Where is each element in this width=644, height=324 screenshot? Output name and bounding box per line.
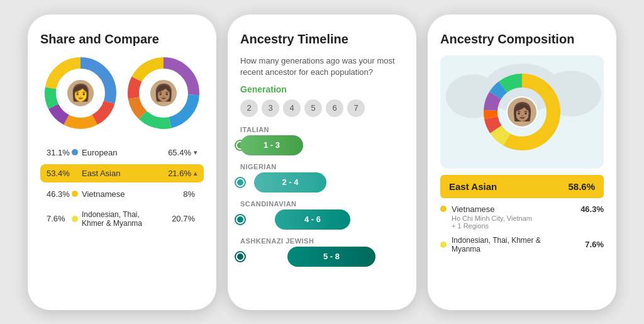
comp-item-vietnamese: Vietnamese 46.3% Ho Chi Minh City, Vietn… <box>440 204 604 230</box>
pct1: 7.6% <box>47 214 72 223</box>
pct2: 65.4% <box>168 148 191 157</box>
phone-ancestry-timeline: Ancestry Timeline How many generations a… <box>228 14 416 310</box>
pct1: 46.3% <box>47 189 72 199</box>
timeline-item-ashkenazi: ASHKENAZI JEWISH 5 - 8 <box>240 237 404 267</box>
comp-row: Indonesian, Thai, Khmer &Myanma 7.6% <box>440 236 604 254</box>
comp-dot-indonesian <box>440 242 447 248</box>
timeline-dot <box>236 252 245 261</box>
timeline-item-scandinavian: SCANDINAVIAN 4 - 6 <box>240 200 404 230</box>
comp-pct: 7.6% <box>585 240 604 249</box>
arrow-icon[interactable]: ▾ <box>194 148 197 157</box>
stats-table: 31.1% European 65.4% ▾ 53.4% East Asian … <box>40 143 204 235</box>
pct2: 20.7% <box>172 214 195 223</box>
stats-row: 31.1% European 65.4% ▾ <box>40 143 204 162</box>
east-asian-label: East Asian <box>449 181 497 192</box>
avatar-2: 👩🏽 <box>149 79 178 108</box>
timeline-question: How many generations ago was your most r… <box>240 55 404 78</box>
avatar-1: 👩 <box>66 79 95 108</box>
donut-chart-1: 👩 <box>43 55 118 131</box>
east-asian-pct: 58.6% <box>568 181 595 192</box>
phone-ancestry-composition: Ancestry Composition <box>428 14 616 310</box>
gen-num-7: 7 <box>347 99 365 117</box>
composition-donut: 👩🏽 <box>481 71 563 153</box>
avatar-3: 👩🏽 <box>506 96 538 128</box>
comp-name: Vietnamese <box>452 204 575 214</box>
label: European <box>82 148 168 157</box>
stats-row: 46.3% Vietnamese 8% <box>40 185 204 203</box>
pct1: 53.4% <box>47 169 72 178</box>
timeline-bar-wrap: 1 - 3 <box>240 135 404 155</box>
label: Indonesian, Thai,Khmer & Myanma <box>82 210 172 228</box>
timeline-bar: 4 - 6 <box>275 209 350 230</box>
label: East Asian <box>82 169 168 178</box>
phone2-title: Ancestry Timeline <box>240 32 404 47</box>
phone3-title: Ancestry Composition <box>440 32 604 47</box>
phone-share-compare: Share and Compare 👩 <box>28 14 216 310</box>
comp-dot-vietnamese <box>440 206 447 212</box>
timeline-bar-wrap: 5 - 8 <box>240 247 404 267</box>
timeline-bar: 1 - 3 <box>240 135 303 155</box>
pct2: 8% <box>183 189 195 199</box>
population-label: SCANDINAVIAN <box>240 200 404 208</box>
comp-sub: Ho Chi Minh City, Vietnam+ 1 Regions <box>452 215 604 230</box>
gen-num-5: 5 <box>304 99 322 117</box>
comp-item-indonesian: Indonesian, Thai, Khmer &Myanma 7.6% <box>440 236 604 254</box>
generation-label: Generation <box>240 84 404 94</box>
gen-num-2: 2 <box>240 99 258 117</box>
arrow-icon[interactable]: ▴ <box>194 169 197 177</box>
timeline-bar: 2 - 4 <box>254 172 326 193</box>
stats-row-highlighted: 53.4% East Asian 21.6% ▴ <box>40 164 204 182</box>
gen-num-3: 3 <box>262 99 279 117</box>
population-label: ITALIAN <box>240 126 404 133</box>
phone1-title: Share and Compare <box>40 32 204 47</box>
timeline-dot <box>236 215 245 224</box>
pct2: 21.6% <box>168 169 191 178</box>
dot-vietnamese <box>72 191 78 197</box>
population-label: ASHKENAZI JEWISH <box>240 237 404 245</box>
timeline-dot <box>236 178 245 187</box>
comp-name: Indonesian, Thai, Khmer &Myanma <box>452 236 580 254</box>
stats-row: 7.6% Indonesian, Thai,Khmer & Myanma 20.… <box>40 206 204 232</box>
timeline-item-italian: ITALIAN 1 - 3 <box>240 126 404 155</box>
dot-indonesian <box>72 216 78 222</box>
timeline-bar: 5 - 8 <box>287 247 375 267</box>
gen-num-6: 6 <box>326 99 343 117</box>
timeline-bar-wrap: 2 - 4 <box>240 172 404 193</box>
gen-num-4: 4 <box>283 99 301 117</box>
label: Vietnamese <box>82 189 183 199</box>
donut-chart-2: 👩🏽 <box>126 55 201 131</box>
donut-row: 👩 👩🏽 <box>40 55 204 131</box>
map-background: 👩🏽 <box>440 55 604 169</box>
dot-eastasian <box>72 170 78 176</box>
population-label: NIGERIAN <box>240 163 404 170</box>
dot-european <box>72 149 78 155</box>
app-container: Share and Compare 👩 <box>0 2 644 323</box>
comp-pct: 46.3% <box>580 204 604 214</box>
timeline-item-nigerian: NIGERIAN 2 - 4 <box>240 163 404 193</box>
generation-numbers: 2 3 4 5 6 7 <box>240 99 404 117</box>
timeline-bar-wrap: 4 - 6 <box>240 209 404 230</box>
pct1: 31.1% <box>47 148 72 157</box>
comp-row: Vietnamese 46.3% <box>440 204 604 214</box>
east-asian-bar: East Asian 58.6% <box>440 175 604 198</box>
